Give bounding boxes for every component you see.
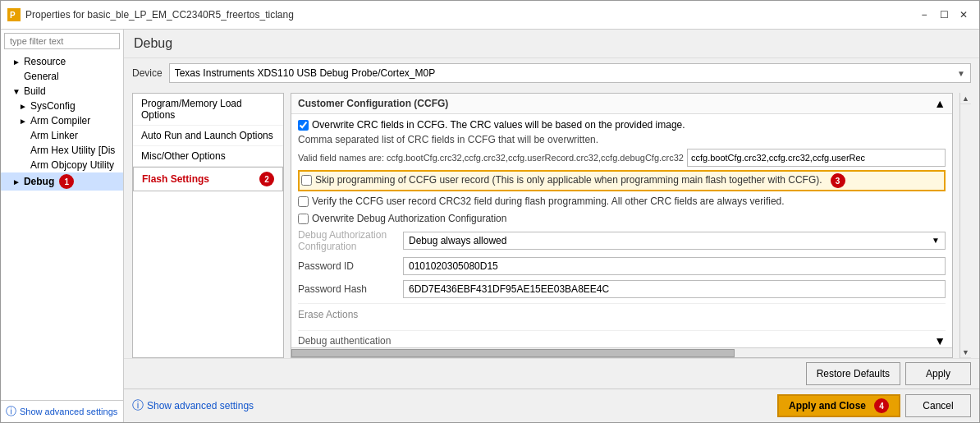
restore-defaults-button[interactable]: Restore Defaults bbox=[806, 362, 900, 385]
collapse-icon[interactable]: ▲ bbox=[934, 97, 946, 110]
tree-area: ► Resource General ▼ Build ► SysConfig ► bbox=[1, 53, 123, 400]
sidebar-item-arm-objcopy[interactable]: Arm Objcopy Utility bbox=[1, 158, 123, 172]
sidebar-item-arm-hex[interactable]: Arm Hex Utility [Dis bbox=[1, 143, 123, 158]
overwrite-debug-row: Overwrite Debug Authorization Configurat… bbox=[298, 212, 946, 226]
dropdown-arrow-icon: ▼ bbox=[932, 236, 940, 245]
cancel-button[interactable]: Cancel bbox=[905, 394, 971, 417]
device-row: Device Texas Instruments XDS110 USB Debu… bbox=[124, 58, 979, 88]
verify-label: Verify the CCFG user record CRC32 field … bbox=[312, 195, 785, 209]
arrow-icon: ► bbox=[12, 57, 21, 67]
password-hash-input[interactable] bbox=[403, 280, 946, 298]
scroll-track[interactable] bbox=[960, 104, 971, 347]
skip-programming-row: Skip programming of CCFG user record (Th… bbox=[298, 170, 946, 191]
overwrite-crc-checkbox[interactable] bbox=[298, 120, 309, 131]
valid-fields-label: Valid field names are: ccfg.bootCfg.crc3… bbox=[298, 153, 684, 163]
password-id-input[interactable] bbox=[403, 257, 946, 275]
comma-list-label: Comma separated list of CRC fields in CC… bbox=[298, 134, 598, 145]
bottom-right-buttons: Apply and Close 4 Cancel bbox=[777, 394, 971, 417]
password-hash-row: Password Hash bbox=[298, 280, 946, 298]
ccfg-section-header: Customer Configuration (CCFG) ▲ bbox=[291, 94, 952, 114]
filter-input[interactable] bbox=[4, 33, 120, 49]
debug-auth-section: Debug authentication ▼ bbox=[298, 330, 946, 347]
right-panel: Debug Device Texas Instruments XDS110 US… bbox=[124, 30, 979, 422]
config-scrollable[interactable]: Customer Configuration (CCFG) ▲ Overwrit… bbox=[291, 94, 952, 347]
comma-list-row: Comma separated list of CRC fields in CC… bbox=[298, 134, 946, 145]
skip-programming-checkbox[interactable] bbox=[301, 175, 312, 186]
options-list: Program/Memory Load Options Auto Run and… bbox=[133, 94, 283, 357]
panel-title: Debug bbox=[124, 30, 979, 58]
sidebar-item-arm-compiler[interactable]: ► Arm Compiler bbox=[1, 113, 123, 128]
overwrite-crc-label: Overwrite CRC fields in CCFG. The CRC va… bbox=[312, 119, 685, 131]
arrow-icon: ▼ bbox=[12, 87, 21, 96]
password-id-label: Password ID bbox=[298, 260, 396, 272]
bottom-bar: ⓘ Show advanced settings Apply and Close… bbox=[124, 389, 979, 422]
svg-text:P: P bbox=[10, 11, 16, 20]
sidebar-item-general[interactable]: General bbox=[1, 69, 123, 84]
info-icon: ⓘ bbox=[6, 404, 16, 419]
ccfg-title: Customer Configuration (CCFG) bbox=[298, 98, 448, 109]
expand-icon[interactable]: ▼ bbox=[934, 334, 946, 347]
panels-area: Program/Memory Load Options Auto Run and… bbox=[124, 88, 979, 358]
device-select[interactable]: Texas Instruments XDS110 USB Debug Probe… bbox=[169, 63, 971, 83]
password-id-row: Password ID bbox=[298, 257, 946, 275]
verify-checkbox[interactable] bbox=[298, 196, 309, 207]
right-scrollbar: ▲ ▼ bbox=[959, 93, 971, 358]
erase-actions-header: Erase Actions bbox=[298, 303, 946, 324]
config-panel: Customer Configuration (CCFG) ▲ Overwrit… bbox=[291, 93, 953, 358]
sidebar-item-resource[interactable]: ► Resource bbox=[1, 54, 123, 69]
info-icon: ⓘ bbox=[132, 398, 144, 413]
config-body: Overwrite CRC fields in CCFG. The CRC va… bbox=[291, 114, 952, 347]
skip-programming-label: Skip programming of CCFG user record (Th… bbox=[315, 173, 822, 187]
title-bar: P Properties for basic_ble_LP_EM_CC2340R… bbox=[1, 1, 979, 30]
apply-button[interactable]: Apply bbox=[905, 362, 971, 385]
scroll-up-button[interactable]: ▲ bbox=[960, 93, 971, 104]
minimize-button[interactable]: − bbox=[915, 6, 933, 24]
sidebar-item-debug[interactable]: ► Debug 1 bbox=[1, 172, 123, 191]
debug-auth-row: Debug Authorization Configuration Debug … bbox=[298, 229, 946, 252]
badge-1: 1 bbox=[59, 174, 74, 189]
valid-fields-input[interactable] bbox=[687, 149, 946, 167]
sidebar-item-arm-linker[interactable]: Arm Linker bbox=[1, 128, 123, 143]
badge-3: 3 bbox=[831, 173, 845, 188]
action-buttons-row: Restore Defaults Apply bbox=[124, 358, 979, 389]
show-advanced-link[interactable]: ⓘ Show advanced settings bbox=[132, 398, 254, 413]
apply-and-close-button[interactable]: Apply and Close 4 bbox=[777, 394, 900, 417]
horiz-thumb[interactable] bbox=[291, 349, 735, 357]
option-misc[interactable]: Misc/Other Options bbox=[133, 146, 283, 167]
window-title: Properties for basic_ble_LP_EM_CC2340R5_… bbox=[25, 9, 294, 21]
badge-2: 2 bbox=[259, 172, 274, 186]
arrow-icon: ► bbox=[19, 117, 27, 126]
show-advanced-settings[interactable]: ⓘ Show advanced settings bbox=[1, 400, 123, 422]
sidebar-item-sysconfig[interactable]: ► SysConfig bbox=[1, 99, 123, 113]
close-button[interactable]: ✕ bbox=[955, 6, 973, 24]
sidebar: ► Resource General ▼ Build ► SysConfig ► bbox=[1, 30, 124, 422]
sidebar-item-build[interactable]: ▼ Build bbox=[1, 84, 123, 99]
debug-auth-select[interactable]: Debug always allowed ▼ bbox=[403, 232, 946, 250]
scroll-down-button[interactable]: ▼ bbox=[960, 347, 971, 358]
arrow-icon: ► bbox=[12, 177, 21, 186]
dropdown-arrow-icon: ▼ bbox=[957, 69, 965, 78]
debug-auth-label: Debug Authorization Configuration bbox=[298, 229, 396, 252]
app-icon: P bbox=[7, 8, 21, 21]
options-panel: Program/Memory Load Options Auto Run and… bbox=[132, 93, 284, 358]
badge-4: 4 bbox=[874, 398, 889, 413]
option-flash-settings[interactable]: Flash Settings 2 bbox=[133, 167, 283, 191]
arrow-icon: ► bbox=[19, 102, 27, 111]
overwrite-debug-label: Overwrite Debug Authorization Configurat… bbox=[312, 212, 506, 226]
option-auto-run[interactable]: Auto Run and Launch Options bbox=[133, 126, 283, 146]
device-label: Device bbox=[132, 67, 163, 79]
maximize-button[interactable]: ☐ bbox=[935, 6, 953, 24]
password-hash-label: Password Hash bbox=[298, 283, 396, 295]
overwrite-crc-row: Overwrite CRC fields in CCFG. The CRC va… bbox=[298, 119, 946, 131]
window-controls: − ☐ ✕ bbox=[915, 6, 973, 24]
verify-row: Verify the CCFG user record CRC32 field … bbox=[298, 195, 946, 209]
overwrite-debug-checkbox[interactable] bbox=[298, 214, 309, 224]
option-program-memory[interactable]: Program/Memory Load Options bbox=[133, 94, 283, 126]
valid-fields-row: Valid field names are: ccfg.bootCfg.crc3… bbox=[298, 149, 946, 167]
horiz-scrollbar[interactable] bbox=[291, 347, 952, 357]
